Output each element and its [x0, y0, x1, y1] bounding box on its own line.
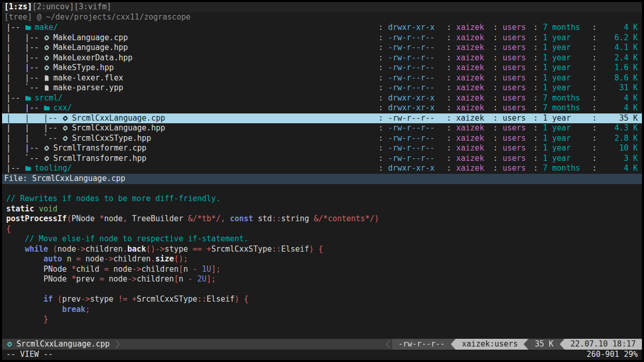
tree-name-cell: | |-- SrcmlTransformer.cpp [6, 143, 374, 154]
tree-branch: | `-- [6, 83, 43, 93]
column-separator: : [374, 53, 388, 63]
tree-row[interactable]: | | |-- SrcmlCxxLanguage.hpp:-rw-r--r--:… [2, 123, 642, 134]
column-separator: : [442, 83, 456, 93]
column-separator: : [528, 73, 543, 84]
file-name: srcml/ [35, 93, 62, 104]
file-age: 1 year [543, 143, 587, 154]
file-name: SrcmlTransformer.cpp [53, 143, 147, 154]
tree-row[interactable]: | |-- MakeLanguage.hpp:-rw-r--r--:xaizek… [2, 43, 642, 53]
chevron-left-icon [384, 339, 392, 350]
file-age: 1 year [543, 33, 587, 43]
folder-icon [25, 95, 31, 102]
tmux-window-tab[interactable]: [1:zs] [4, 2, 32, 12]
tree-branch: | |-- [6, 43, 43, 53]
column-separator: : [587, 73, 602, 84]
column-separator: : [442, 163, 456, 174]
folder-icon [25, 165, 31, 172]
column-separator: : [587, 53, 602, 63]
file-name: tooling/ [35, 163, 72, 174]
column-separator: : [488, 134, 503, 144]
status-segment: 35 K [528, 339, 559, 350]
tree-name-cell: |-- make/ [6, 23, 374, 33]
file-group: users [503, 43, 528, 53]
column-separator: : [374, 43, 388, 53]
gear-icon [43, 155, 50, 162]
column-separator: : [528, 53, 543, 63]
column-separator: : [488, 93, 503, 104]
column-separator: : [488, 123, 503, 134]
file-owner: xaizek [456, 103, 488, 113]
file-size: 2.8 K [602, 134, 638, 144]
tree-row[interactable]: |-- srcml/:drwxr-xr-x:xaizek:users:7 mon… [2, 93, 642, 104]
file-size: 4.3 K [602, 123, 638, 134]
code-line: } [6, 315, 638, 325]
tree-row[interactable]: | | `-- SrcmlCxxSType.hpp:-rw-r--r--:xai… [2, 134, 642, 144]
column-separator: : [488, 83, 503, 93]
tmux-window-tab[interactable]: [2:uncov] [32, 2, 74, 12]
file-permissions: -rw-r--r-- [388, 113, 442, 124]
file-group: users [503, 123, 528, 134]
tree-row[interactable]: | `-- SrcmlTransformer.hpp:-rw-r--r--:xa… [2, 154, 642, 164]
preview-pane[interactable]: // Rewrites if nodes to be more diff-fri… [2, 184, 642, 339]
file-owner: xaizek [456, 113, 488, 124]
column-separator: : [374, 33, 388, 43]
tree-row[interactable]: | | |-- SrcmlCxxLanguage.cpp:-rw-r--r--:… [2, 113, 642, 124]
file-age: 1 year [543, 53, 587, 63]
file-permissions: drwxr-xr-x [388, 23, 442, 33]
code-line [6, 184, 638, 194]
tree-row[interactable]: | |-- MakeLexerData.hpp:-rw-r--r--:xaize… [2, 53, 642, 63]
file-age: 7 months [543, 93, 587, 104]
column-separator: : [488, 53, 503, 63]
file-size: 4 K [602, 93, 638, 104]
column-separator: : [488, 33, 503, 43]
column-separator: : [374, 103, 388, 113]
tmux-window-tab[interactable]: [3:vifm] [74, 2, 111, 12]
file-owner: xaizek [456, 143, 488, 154]
file-age: 7 months [543, 23, 587, 33]
column-separator: : [488, 143, 503, 154]
file-permissions: -rw-r--r-- [388, 33, 442, 43]
file-permissions: -rw-r--r-- [388, 73, 442, 84]
file-permissions: drwxr-xr-x [388, 93, 442, 104]
column-separator: : [488, 163, 503, 174]
tree-name-cell: | |-- MakeLanguage.cpp [6, 33, 374, 43]
tree-branch: |-- [6, 163, 25, 174]
column-separator: : [488, 43, 503, 53]
column-separator: : [374, 163, 388, 174]
column-separator: : [374, 73, 388, 84]
column-separator: : [587, 23, 602, 33]
tree-row[interactable]: | |-- cxx/:drwxr-xr-x:xaizek:users:7 mon… [2, 103, 642, 113]
vifm-statusbar: SrcmlCxxLanguage.cpp -rw-r--r--xaizek:us… [2, 339, 642, 350]
tree-row[interactable]: | `-- make-parser.ypp:-rw-r--r--:xaizek:… [2, 83, 642, 93]
tree-row[interactable]: | |-- SrcmlTransformer.cpp:-rw-r--r--:xa… [2, 143, 642, 154]
code-line: // Rewrites if nodes to be more diff-fri… [6, 194, 638, 204]
file-permissions: -rw-r--r-- [388, 83, 442, 93]
file-group: users [503, 113, 528, 124]
code-line: postProcessIf(PNode *node, TreeBuilder &… [6, 214, 638, 224]
tree-row[interactable]: | |-- make-lexer.flex:-rw-r--r--:xaizek:… [2, 73, 642, 84]
file-owner: xaizek [456, 93, 488, 104]
column-separator: : [587, 103, 602, 113]
gear-icon [62, 135, 69, 142]
file-name: MakeSType.hpp [53, 63, 114, 73]
file-owner: xaizek [456, 23, 488, 33]
file-name: MakeLanguage.hpp [53, 43, 128, 53]
tree-name-cell: | `-- make-parser.ypp [6, 83, 374, 93]
tree-row[interactable]: |-- tooling/:drwxr-xr-x:xaizek:users:7 m… [2, 163, 642, 174]
tree-row[interactable]: |-- make/:drwxr-xr-x:xaizek:users:7 mont… [2, 23, 642, 33]
tree-branch: | |-- [6, 63, 43, 73]
tree-branch: |-- [6, 23, 25, 33]
document-icon [43, 75, 50, 81]
column-separator: : [374, 63, 388, 73]
tree-row[interactable]: | |-- MakeSType.hpp:-rw-r--r--:xaizek:us… [2, 63, 642, 73]
column-separator: : [528, 154, 543, 164]
chevron-right-icon [114, 340, 122, 349]
file-age: 1 year [543, 134, 587, 144]
column-separator: : [374, 134, 388, 144]
file-owner: xaizek [456, 134, 488, 144]
file-name: MakeLanguage.cpp [53, 33, 128, 43]
file-group: users [503, 83, 528, 93]
column-separator: : [488, 113, 503, 124]
file-group: users [503, 63, 528, 73]
tree-row[interactable]: | |-- MakeLanguage.cpp:-rw-r--r--:xaizek… [2, 33, 642, 43]
